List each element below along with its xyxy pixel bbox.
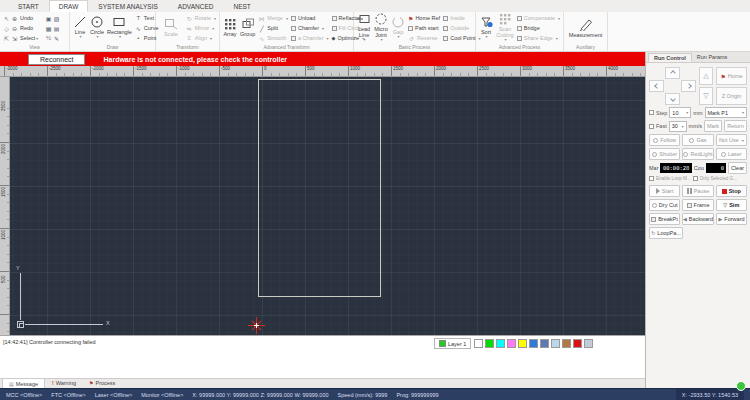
group-button[interactable]: Group xyxy=(240,18,255,37)
gap-button[interactable]: Gap▾ xyxy=(391,16,405,39)
chamfer-button[interactable]: Chamfer▾ xyxy=(291,24,329,33)
breakpoint-button[interactable]: BreakPt xyxy=(649,213,680,225)
follow-button[interactable]: Follow xyxy=(649,134,680,146)
home-button[interactable]: ⚑Home xyxy=(716,67,747,85)
rectangle-tool-button[interactable]: Rectangle▾ xyxy=(107,16,132,39)
rotate-button[interactable]: ↻Rotate▾ xyxy=(186,14,216,23)
frame-button[interactable]: Frame xyxy=(682,199,713,211)
scan-cutting-button[interactable]: Scan Cutting▾ xyxy=(496,13,514,42)
jog-left-button[interactable] xyxy=(649,80,664,92)
layer-color-swatch[interactable] xyxy=(573,339,582,348)
lead-line-button[interactable]: Lead Line▾ xyxy=(357,13,371,42)
enable-loop-checkbox[interactable] xyxy=(649,176,654,181)
align-button[interactable]: ≡Align▾ xyxy=(186,34,216,43)
backward-button[interactable]: ◀Backward xyxy=(682,213,714,225)
drawing-canvas[interactable]: Y X xyxy=(10,77,645,335)
laser-button[interactable]: Laser xyxy=(716,148,747,160)
expand-view-icon[interactable]: ⇲ xyxy=(11,35,18,42)
mark-button[interactable]: Mark xyxy=(704,120,722,132)
layer-color-swatch[interactable] xyxy=(518,339,527,348)
redlight-button[interactable]: RedLight xyxy=(682,148,713,160)
point-tool-button[interactable]: •Point xyxy=(135,34,159,43)
z-down-button[interactable]: ▽ xyxy=(699,87,713,105)
a-chamfer-button[interactable]: a Chamfer▾ xyxy=(291,34,329,43)
micro-joint-button[interactable]: Micro Joint▾ xyxy=(374,13,388,42)
menu-tab-draw[interactable]: DRAW xyxy=(49,0,89,12)
fast-checkbox[interactable] xyxy=(649,124,654,129)
bottom-tab-message[interactable]: ▤Message xyxy=(2,378,45,388)
merge-button[interactable]: ⋈Merge▾ xyxy=(258,14,288,23)
jog-right-button[interactable] xyxy=(681,80,696,92)
cursor-icon[interactable]: ↖ xyxy=(3,15,10,22)
notification-badge[interactable] xyxy=(736,381,746,391)
sort-button[interactable]: Sort▾ xyxy=(479,16,493,39)
step-value-select[interactable]: 10▾ xyxy=(669,107,691,118)
view-grid-icon[interactable]: ▦ xyxy=(45,25,52,32)
menu-tab-start[interactable]: START xyxy=(8,0,49,12)
clear-button[interactable]: Clear xyxy=(728,162,747,174)
z-origin-button[interactable]: Z Origin xyxy=(716,87,747,105)
mark-point-select[interactable]: Mark P1▾ xyxy=(705,107,748,118)
layer-color-swatch[interactable] xyxy=(496,339,505,348)
jog-up-button[interactable] xyxy=(665,67,680,79)
message-log[interactable]: [14:42:41] Controller connecting failed … xyxy=(0,335,645,378)
view-fill-icon[interactable]: ▣ xyxy=(45,15,52,22)
menu-tab-system-analysis[interactable]: SYSTEM ANALYSIS xyxy=(88,0,167,12)
step-checkbox[interactable] xyxy=(649,110,654,115)
layer-color-swatch[interactable] xyxy=(562,339,571,348)
mirror-button[interactable]: ⇋Mirror▾ xyxy=(186,24,216,33)
view-lines-icon[interactable]: ▤ xyxy=(53,25,60,32)
cool-point-button[interactable]: Cool Point▾ xyxy=(443,34,480,43)
forward-button[interactable]: ▶Forward xyxy=(716,213,747,225)
view-shade-icon[interactable]: ▨ xyxy=(53,15,60,22)
half-icon[interactable]: ½ xyxy=(45,35,52,41)
shutter-button[interactable]: Shutter xyxy=(649,148,680,160)
drawn-rectangle[interactable] xyxy=(258,79,381,297)
smooth-button[interactable]: ∿Smooth xyxy=(258,34,288,43)
jog-down-button[interactable] xyxy=(665,93,680,105)
outside-button[interactable]: Outside xyxy=(443,24,480,33)
zoom-in-icon[interactable]: ⊕ xyxy=(11,15,18,22)
undo-button[interactable]: Undo xyxy=(19,15,45,21)
fit-view-icon[interactable]: ⇱ xyxy=(3,35,10,42)
measurement-button[interactable]: Measurement xyxy=(567,18,604,38)
dry-cut-button[interactable]: Dry Cut xyxy=(649,199,680,211)
start-button[interactable]: Start xyxy=(649,185,680,197)
layer-color-swatch[interactable] xyxy=(540,339,549,348)
layer-color-swatch[interactable] xyxy=(507,339,516,348)
circle-tool-button[interactable]: Circle▾ xyxy=(90,16,104,39)
layer-color-swatch[interactable] xyxy=(474,339,483,348)
unload-button[interactable]: Unload xyxy=(291,14,329,23)
select-button[interactable]: Select▾ xyxy=(19,35,45,41)
fast-value-select[interactable]: 30▾ xyxy=(669,121,687,132)
layer-color-swatch[interactable] xyxy=(551,339,560,348)
text-tool-button[interactable]: TText xyxy=(135,14,159,23)
compensate-button[interactable]: Compensate▾ xyxy=(517,14,560,23)
bottom-tab-process[interactable]: ⚑Process xyxy=(83,378,121,388)
menu-tab-advanced[interactable]: ADVANCED xyxy=(168,0,224,12)
share-edge-button[interactable]: Share Edge▾ xyxy=(517,34,560,43)
stop-button[interactable]: Stop xyxy=(716,185,747,197)
home-ref-button[interactable]: ⚑Home Ref xyxy=(408,14,440,23)
gas-type-select[interactable]: Not Use▾ xyxy=(716,134,747,146)
tab-run-control[interactable]: Run Control xyxy=(648,53,692,62)
sim-button[interactable]: ▽Sim xyxy=(716,199,747,211)
inside-button[interactable]: Inside xyxy=(443,14,480,23)
layer-color-swatch[interactable] xyxy=(485,339,494,348)
return-button[interactable]: Return xyxy=(724,120,747,132)
tab-run-params[interactable]: Run Params xyxy=(692,53,733,62)
gas-button[interactable]: Gas xyxy=(682,134,713,146)
pause-button[interactable]: Pause xyxy=(682,185,713,197)
scale-button[interactable]: Scale xyxy=(159,18,183,37)
only-selected-checkbox[interactable] xyxy=(693,176,698,181)
reverse-button[interactable]: ↺Reverse xyxy=(408,34,440,43)
layer-color-swatch[interactable] xyxy=(529,339,538,348)
menu-tab-nest[interactable]: NEST xyxy=(223,0,260,12)
line-tool-button[interactable]: Line▾ xyxy=(73,16,87,39)
layer-color-swatch[interactable] xyxy=(584,339,593,348)
bottom-tab-warning[interactable]: !Warning xyxy=(46,378,82,388)
path-start-button[interactable]: Path start xyxy=(408,24,440,33)
redo-button[interactable]: Redo xyxy=(19,25,45,31)
array-button[interactable]: Array xyxy=(223,18,237,37)
reconnect-button[interactable]: Reconnect xyxy=(28,54,85,65)
